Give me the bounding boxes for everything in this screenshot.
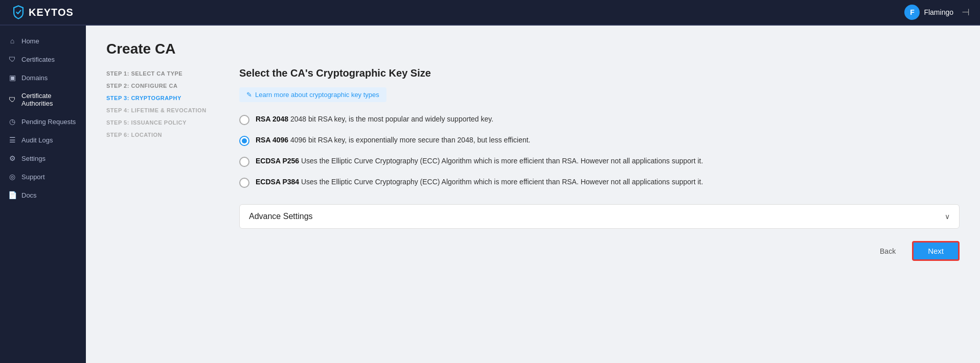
step-1: STEP 1: SELECT CA TYPE: [106, 67, 219, 80]
sidebar-item-certificate-authorities[interactable]: 🛡 Certificate Authorities: [0, 87, 86, 112]
radio-ecdsap256[interactable]: [239, 157, 249, 167]
advance-settings-panel: Advance Settings ∨: [239, 204, 960, 229]
certificates-icon: 🛡: [8, 55, 16, 63]
main-form-content: Select the CA's Cryptographic Key Size ✎…: [239, 67, 960, 261]
step-3: STEP 3: CRYPTOGRAPHY: [106, 92, 219, 104]
audit-icon: ☰: [8, 136, 16, 144]
radio-option-ecdsap256[interactable]: ECDSA P256 Uses the Elliptic Curve Crypt…: [239, 156, 960, 167]
sidebar-label-pending: Pending Requests: [21, 118, 76, 126]
advance-settings-toggle[interactable]: Advance Settings ∨: [240, 205, 959, 228]
sidebar-item-home[interactable]: ⌂ Home: [0, 32, 86, 50]
sidebar-item-certificates[interactable]: 🛡 Certificates: [0, 50, 86, 68]
user-badge: F Flamingo: [904, 5, 953, 20]
sidebar-item-pending-requests[interactable]: ◷ Pending Requests: [0, 112, 86, 131]
sidebar-label-certificates: Certificates: [21, 56, 55, 63]
top-bar: KEYTOS F Flamingo ⊣: [0, 0, 980, 26]
user-name: Flamingo: [924, 8, 953, 16]
sidebar-label-docs: Docs: [21, 191, 37, 199]
sidebar-label-home: Home: [21, 37, 39, 45]
logout-icon[interactable]: ⊣: [962, 7, 970, 18]
step-4: STEP 4: LIFETIME & REVOCATION: [106, 104, 219, 116]
sidebar-item-audit-logs[interactable]: ☰ Audit Logs: [0, 131, 86, 149]
chevron-down-icon: ∨: [945, 212, 950, 221]
user-avatar: F: [904, 5, 920, 20]
sidebar-label-audit: Audit Logs: [21, 136, 53, 144]
sidebar-label-settings: Settings: [21, 155, 45, 162]
learn-more-label: Learn more about cryptographic key types: [255, 91, 379, 99]
domains-icon: ▣: [8, 74, 16, 82]
radio-label-rsa4096: RSA 4096 4096 bit RSA key, is exponentia…: [256, 135, 531, 146]
docs-icon: 📄: [8, 191, 16, 199]
radio-option-ecdsap384[interactable]: ECDSA P384 Uses the Elliptic Curve Crypt…: [239, 177, 960, 188]
step-6: STEP 6: LOCATION: [106, 129, 219, 141]
sidebar-item-domains[interactable]: ▣ Domains: [0, 68, 86, 87]
sidebar-item-support[interactable]: ◎ Support: [0, 167, 86, 186]
steps-layout: STEP 1: SELECT CA TYPE STEP 2: CONFIGURE…: [106, 67, 960, 261]
steps-list: STEP 1: SELECT CA TYPE STEP 2: CONFIGURE…: [106, 67, 219, 261]
radio-rsa4096[interactable]: [239, 136, 249, 146]
radio-label-rsa2048: RSA 2048 2048 bit RSA key, is the most p…: [256, 114, 493, 125]
step-2: STEP 2: CONFIGURE CA: [106, 80, 219, 92]
sidebar-item-docs[interactable]: 📄 Docs: [0, 186, 86, 204]
radio-ecdsap384[interactable]: [239, 178, 249, 188]
content-area: Create CA STEP 1: SELECT CA TYPE STEP 2:…: [86, 26, 980, 363]
radio-rsa2048[interactable]: [239, 115, 249, 125]
learn-more-icon: ✎: [246, 91, 252, 99]
action-buttons: Back Next: [239, 241, 960, 261]
radio-label-ecdsap384: ECDSA P384 Uses the Elliptic Curve Crypt…: [256, 177, 703, 187]
main-layout: ⌂ Home 🛡 Certificates ▣ Domains 🛡 Certif…: [0, 26, 980, 363]
top-right-area: F Flamingo ⊣: [904, 5, 970, 20]
advance-settings-label: Advance Settings: [249, 212, 313, 221]
radio-options: RSA 2048 2048 bit RSA key, is the most p…: [239, 114, 960, 188]
ca-icon: 🛡: [8, 95, 16, 104]
app-name: KEYTOS: [29, 7, 74, 18]
settings-icon: ⚙: [8, 154, 16, 162]
next-button[interactable]: Next: [912, 241, 960, 261]
back-button[interactable]: Back: [872, 243, 904, 259]
pending-icon: ◷: [8, 117, 16, 126]
sidebar-item-settings[interactable]: ⚙ Settings: [0, 149, 86, 167]
support-icon: ◎: [8, 173, 16, 181]
step-5: STEP 5: ISSUANCE POLICY: [106, 116, 219, 129]
home-icon: ⌂: [8, 37, 16, 45]
radio-label-ecdsap256: ECDSA P256 Uses the Elliptic Curve Crypt…: [256, 156, 703, 166]
sidebar-label-ca: Certificate Authorities: [21, 92, 78, 107]
logo: KEYTOS: [10, 4, 74, 20]
page-title: Create CA: [106, 41, 960, 57]
section-title: Select the CA's Cryptographic Key Size: [239, 67, 960, 79]
sidebar-label-support: Support: [21, 173, 45, 181]
learn-more-button[interactable]: ✎ Learn more about cryptographic key typ…: [239, 87, 386, 102]
radio-option-rsa4096[interactable]: RSA 4096 4096 bit RSA key, is exponentia…: [239, 135, 960, 146]
sidebar-label-domains: Domains: [21, 74, 48, 82]
sidebar: ⌂ Home 🛡 Certificates ▣ Domains 🛡 Certif…: [0, 26, 86, 363]
radio-option-rsa2048[interactable]: RSA 2048 2048 bit RSA key, is the most p…: [239, 114, 960, 125]
